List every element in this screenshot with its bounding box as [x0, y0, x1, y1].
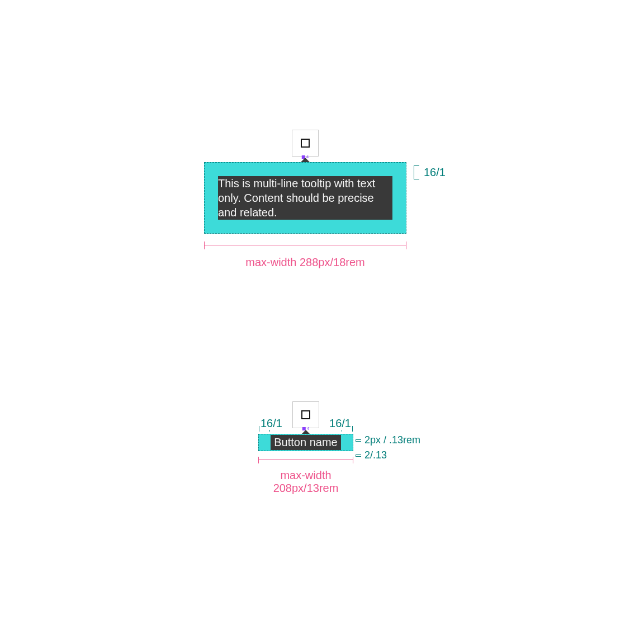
- vpadding-label-2: 2/.13: [364, 448, 387, 463]
- vpadding-annotations: 2px / .13rem 2/.13: [356, 433, 420, 463]
- width-dimension-line: [204, 242, 406, 249]
- tooltip-caret-icon: [301, 158, 310, 162]
- width-dimension-label: max-width 208px/13rem: [258, 469, 353, 495]
- placeholder-square-icon: [301, 139, 310, 148]
- tooltip-spec-large: 4 This is multi-line tooltip with text o…: [204, 130, 406, 269]
- bracket-icon: [356, 439, 361, 442]
- tooltip-trigger-button[interactable]: 4: [292, 130, 319, 157]
- tooltip-caret-icon: [302, 430, 310, 434]
- padding-annotation-label: 16/1: [424, 166, 446, 179]
- tooltip-text: This is multi-line tooltip with text onl…: [218, 176, 392, 220]
- tooltip-body: 16/1 16/1 Button name max-width 208px/13…: [258, 434, 353, 495]
- tooltip-text: Button name: [271, 435, 341, 450]
- tooltip-trigger-button[interactable]: 4: [292, 401, 319, 428]
- width-dimension-label: max-width 288px/18rem: [204, 256, 406, 269]
- padding-annotation: 16/1: [414, 165, 446, 179]
- tooltip-padding-area: Button name: [258, 434, 353, 451]
- placeholder-square-icon: [301, 410, 310, 419]
- width-dimension-line: [258, 457, 353, 463]
- tooltip-spec-small: 4 16/1 16/1 Button name max-width 208px/…: [258, 401, 353, 495]
- bracket-icon: [259, 426, 270, 432]
- tooltip-padding-area: This is multi-line tooltip with text onl…: [204, 162, 406, 234]
- bracket-icon: [414, 165, 419, 179]
- bracket-icon: [342, 426, 353, 432]
- bracket-icon: [356, 454, 361, 457]
- vpadding-label-1: 2px / .13rem: [364, 433, 420, 448]
- tooltip-body: This is multi-line tooltip with text onl…: [204, 162, 406, 269]
